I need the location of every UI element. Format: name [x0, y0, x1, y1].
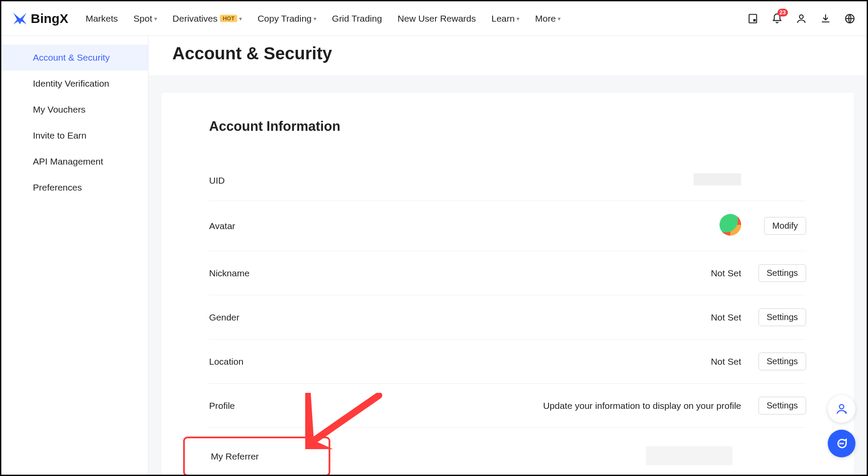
sidebar-item-label: API Management	[33, 156, 103, 166]
brand-logo[interactable]: BingX	[12, 10, 68, 27]
section-heading: Account Information	[209, 119, 806, 134]
row-label-location: Location	[209, 356, 339, 367]
globe-icon[interactable]	[843, 12, 856, 25]
support-fab[interactable]	[828, 395, 855, 423]
sidebar-item-label: Preferences	[33, 182, 82, 192]
chevron-down-icon: ▾	[313, 15, 316, 22]
uid-masked-value	[694, 173, 741, 185]
referrer-masked-value	[646, 446, 732, 465]
main-nav: Markets Spot▾ DerivativesHOT▾ Copy Tradi…	[86, 13, 746, 24]
row-location: Location Not Set Settings	[209, 340, 806, 384]
row-value-nickname: Not Set	[339, 268, 754, 278]
top-icons: 23	[746, 12, 856, 25]
chevron-down-icon: ▾	[239, 15, 242, 22]
svg-point-9	[843, 443, 843, 444]
layout: Account & Security Identity Verification…	[1, 36, 867, 475]
row-value-gender: Not Set	[339, 312, 754, 323]
row-uid: UID	[209, 160, 806, 201]
sidebar-item-preferences[interactable]: Preferences	[1, 175, 148, 201]
brand-name: BingX	[31, 11, 68, 26]
row-avatar: Avatar Modify	[209, 201, 806, 251]
profile-settings-button[interactable]: Settings	[758, 397, 806, 414]
hot-badge: HOT	[220, 15, 237, 22]
user-icon[interactable]	[795, 12, 808, 25]
chat-fab[interactable]	[828, 430, 855, 457]
nav-derivatives[interactable]: DerivativesHOT▾	[173, 13, 242, 24]
sidebar-item-label: Account & Security	[33, 52, 110, 62]
row-value-uid	[339, 173, 754, 188]
nav-more[interactable]: More▾	[535, 13, 561, 24]
nav-new-user-rewards[interactable]: New User Rewards	[397, 13, 476, 24]
sidebar-item-api-management[interactable]: API Management	[1, 149, 148, 175]
svg-point-2	[800, 15, 803, 19]
notifications-icon[interactable]: 23	[771, 12, 784, 25]
gender-settings-button[interactable]: Settings	[758, 308, 806, 326]
page-title-wrap: Account & Security	[148, 36, 867, 75]
nav-learn-label: Learn	[491, 13, 515, 24]
row-action-nickname: Settings	[754, 264, 806, 282]
row-my-referrer: My Referrer	[209, 428, 806, 475]
row-gender: Gender Not Set Settings	[209, 295, 806, 340]
nav-more-label: More	[535, 13, 556, 24]
svg-point-8	[841, 443, 842, 444]
nav-spot-label: Spot	[133, 13, 152, 24]
row-action-profile: Settings	[754, 397, 806, 414]
sidebar-item-identity-verification[interactable]: Identity Verification	[1, 71, 148, 97]
modify-avatar-button[interactable]: Modify	[764, 217, 806, 235]
account-info-card: Account Information UID Avatar Modify Ni…	[161, 93, 854, 475]
row-label-gender: Gender	[209, 312, 339, 323]
row-label-profile: Profile	[209, 401, 339, 411]
row-label-nickname: Nickname	[209, 268, 339, 278]
page-title: Account & Security	[172, 44, 867, 63]
row-profile: Profile Update your information to displ…	[209, 384, 806, 428]
nickname-settings-button[interactable]: Settings	[758, 264, 806, 282]
sidebar-item-label: Invite to Earn	[33, 130, 87, 140]
chevron-down-icon: ▾	[154, 15, 157, 22]
svg-point-7	[840, 443, 840, 444]
nav-markets-label: Markets	[86, 13, 118, 24]
download-icon[interactable]	[819, 12, 832, 25]
nav-copy-trading[interactable]: Copy Trading▾	[258, 13, 316, 24]
sidebar: Account & Security Identity Verification…	[1, 36, 148, 475]
support-icon	[835, 402, 848, 415]
location-settings-button[interactable]: Settings	[758, 353, 806, 370]
row-label-my-referrer: My Referrer	[198, 451, 316, 462]
row-action-location: Settings	[754, 353, 806, 370]
row-value-avatar	[339, 214, 754, 238]
nav-learn[interactable]: Learn▾	[491, 13, 520, 24]
row-label-uid: UID	[209, 175, 339, 186]
avatar-image	[720, 214, 741, 236]
main-content: Account & Security Account Information U…	[148, 36, 867, 475]
nav-markets[interactable]: Markets	[86, 13, 118, 24]
row-value-my-referrer	[330, 446, 754, 467]
app-download-icon[interactable]	[746, 12, 759, 25]
nav-copy-trading-label: Copy Trading	[258, 13, 312, 24]
nav-grid-trading-label: Grid Trading	[332, 13, 382, 24]
chat-icon	[836, 437, 848, 450]
row-label-avatar: Avatar	[209, 221, 339, 231]
sidebar-item-label: Identity Verification	[33, 78, 109, 88]
annotation-highlight-box: My Referrer	[183, 437, 330, 475]
notification-count-badge: 23	[778, 9, 788, 16]
chevron-down-icon: ▾	[516, 15, 520, 22]
row-action-avatar: Modify	[754, 217, 806, 235]
logo-mark-icon	[12, 10, 28, 27]
svg-point-6	[839, 405, 844, 409]
nav-new-user-rewards-label: New User Rewards	[397, 13, 476, 24]
row-value-location: Not Set	[339, 356, 754, 367]
svg-rect-1	[753, 19, 755, 21]
sidebar-item-invite-to-earn[interactable]: Invite to Earn	[1, 123, 148, 149]
sidebar-item-my-vouchers[interactable]: My Vouchers	[1, 97, 148, 123]
sidebar-item-label: My Vouchers	[33, 104, 85, 114]
nav-spot[interactable]: Spot▾	[133, 13, 157, 24]
nav-derivatives-label: Derivatives	[173, 13, 218, 24]
svg-rect-0	[749, 14, 756, 23]
chevron-down-icon: ▾	[558, 15, 561, 22]
row-nickname: Nickname Not Set Settings	[209, 251, 806, 295]
topbar: BingX Markets Spot▾ DerivativesHOT▾ Copy…	[1, 1, 867, 36]
row-action-gender: Settings	[754, 308, 806, 326]
sidebar-item-account-security[interactable]: Account & Security	[1, 45, 148, 71]
nav-grid-trading[interactable]: Grid Trading	[332, 13, 382, 24]
row-value-profile: Update your information to display on yo…	[339, 401, 754, 411]
